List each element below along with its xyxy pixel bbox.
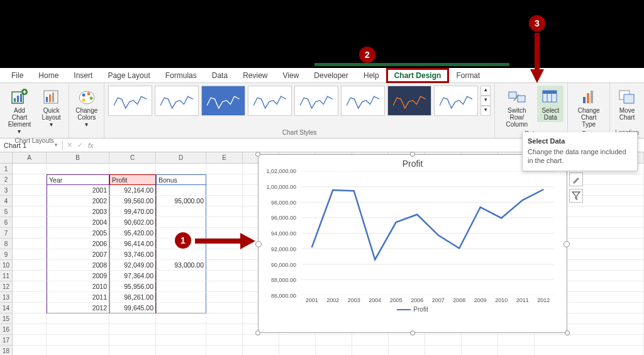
cell[interactable]: [156, 206, 206, 217]
row-header[interactable]: 18: [0, 346, 13, 355]
cell[interactable]: [156, 324, 206, 335]
cell[interactable]: [206, 346, 243, 355]
cell[interactable]: [462, 335, 498, 346]
change-chart-type-button[interactable]: Change Chart Type: [572, 86, 606, 129]
cell[interactable]: [206, 292, 243, 303]
select-data-button[interactable]: Select Data: [537, 86, 564, 122]
row-header[interactable]: 13: [0, 292, 13, 303]
cell[interactable]: 97,364.00: [109, 271, 156, 281]
quick-layout-button[interactable]: Quick Layout ▾: [38, 86, 65, 129]
cell[interactable]: [206, 185, 243, 196]
col-header[interactable]: E: [206, 152, 243, 164]
col-header[interactable]: A: [13, 152, 47, 164]
tab-review[interactable]: Review: [235, 69, 275, 82]
row-header[interactable]: 9: [0, 249, 13, 260]
col-header[interactable]: C: [109, 152, 156, 164]
cell[interactable]: Profit: [109, 174, 156, 185]
cell[interactable]: [156, 346, 206, 355]
cell[interactable]: [47, 346, 109, 355]
cell[interactable]: [13, 185, 47, 196]
cell[interactable]: [13, 206, 47, 217]
cell[interactable]: 95,000.00: [156, 196, 206, 206]
cell[interactable]: [206, 174, 243, 185]
cell[interactable]: [47, 324, 109, 335]
cell[interactable]: [13, 324, 47, 335]
cell[interactable]: [47, 164, 109, 174]
cell[interactable]: 99,645.00: [109, 303, 156, 313]
tab-insert[interactable]: Insert: [66, 69, 100, 82]
row-header[interactable]: 17: [0, 335, 13, 346]
cell[interactable]: 2012: [47, 303, 109, 313]
cell[interactable]: [498, 346, 535, 355]
cell[interactable]: [13, 346, 47, 355]
cell[interactable]: [13, 281, 47, 292]
cell[interactable]: [13, 271, 47, 281]
cell[interactable]: [206, 303, 243, 313]
cell[interactable]: [13, 174, 47, 185]
cell[interactable]: 2003: [47, 206, 109, 217]
cell[interactable]: [389, 335, 425, 346]
cell[interactable]: [13, 217, 47, 228]
cell[interactable]: [206, 335, 243, 346]
tab-view[interactable]: View: [275, 69, 307, 82]
cell[interactable]: [206, 164, 243, 174]
cell[interactable]: 2008: [47, 260, 109, 271]
cell[interactable]: [109, 164, 156, 174]
chart-legend[interactable]: Profit: [258, 303, 567, 315]
cell[interactable]: [206, 281, 243, 292]
fx-icon[interactable]: fx: [88, 142, 94, 149]
cell[interactable]: 93,000.00: [156, 260, 206, 271]
cell[interactable]: [425, 346, 462, 355]
row-header[interactable]: 5: [0, 206, 13, 217]
cell[interactable]: 2006: [47, 239, 109, 249]
row-header[interactable]: 16: [0, 324, 13, 335]
cell[interactable]: 93,746.00: [109, 249, 156, 260]
cell[interactable]: [13, 335, 47, 346]
row-header[interactable]: 7: [0, 228, 13, 239]
cell[interactable]: 95,420.00: [109, 228, 156, 239]
cell[interactable]: [13, 164, 47, 174]
add-chart-element-button[interactable]: Add Chart Element ▾: [4, 86, 35, 136]
cell[interactable]: [156, 292, 206, 303]
cell[interactable]: [206, 260, 243, 271]
cell[interactable]: [498, 335, 535, 346]
cell[interactable]: [13, 260, 47, 271]
chart-style-7[interactable]: [387, 86, 431, 116]
cell[interactable]: 99,560.00: [109, 196, 156, 206]
cell[interactable]: [109, 313, 156, 324]
cell[interactable]: [206, 324, 243, 335]
cell[interactable]: [109, 335, 156, 346]
chart-filter-button[interactable]: [569, 189, 583, 203]
col-header[interactable]: B: [47, 152, 109, 164]
cell[interactable]: [47, 335, 109, 346]
chart-style-1[interactable]: [108, 86, 152, 116]
cell[interactable]: 92,049.00: [109, 260, 156, 271]
cell[interactable]: [206, 249, 243, 260]
cell[interactable]: [156, 164, 206, 174]
cell[interactable]: 92,164.00: [109, 185, 156, 196]
cell[interactable]: [156, 271, 206, 281]
cell[interactable]: [156, 217, 206, 228]
cell[interactable]: 95,956.00: [109, 281, 156, 292]
row-header[interactable]: 8: [0, 239, 13, 249]
cell[interactable]: [279, 346, 316, 355]
tab-format[interactable]: Format: [448, 69, 487, 82]
cell[interactable]: [352, 335, 389, 346]
cell[interactable]: 99,470.00: [109, 206, 156, 217]
cell[interactable]: 2005: [47, 228, 109, 239]
tab-data[interactable]: Data: [204, 69, 235, 82]
cell[interactable]: [206, 217, 243, 228]
cell[interactable]: [352, 346, 389, 355]
cell[interactable]: 2001: [47, 185, 109, 196]
cell[interactable]: [206, 271, 243, 281]
tab-help[interactable]: Help: [356, 69, 387, 82]
cell[interactable]: [206, 313, 243, 324]
switch-row-column-button[interactable]: Switch Row/ Column: [499, 86, 535, 129]
tab-formulas[interactable]: Formulas: [158, 69, 204, 82]
chart-title[interactable]: Profit: [258, 155, 567, 171]
chart-style-8[interactable]: [434, 86, 478, 116]
embedded-chart[interactable]: Profit 86,000.0088,000.0090,000.0092,000…: [258, 154, 567, 333]
row-header[interactable]: 6: [0, 217, 13, 228]
tab-page-layout[interactable]: Page Layout: [100, 69, 157, 82]
cell[interactable]: 2007: [47, 249, 109, 260]
